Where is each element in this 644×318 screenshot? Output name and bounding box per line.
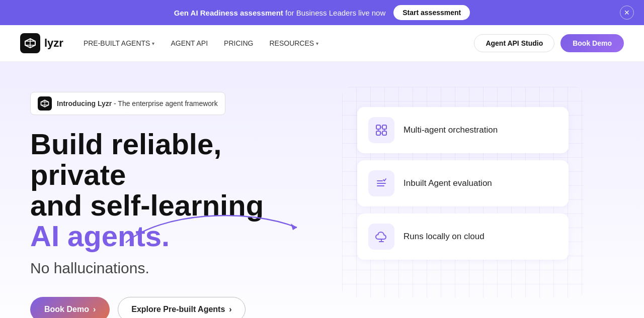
- logo-svg: [24, 37, 36, 49]
- feature-cards-list: Multi-agent orchestration Inbuilt Agent …: [342, 87, 584, 280]
- announcement-banner: Gen AI Readiness assessment for Business…: [0, 0, 644, 25]
- feature-card-area: Multi-agent orchestration Inbuilt Agent …: [342, 87, 584, 298]
- hero-heading-line2: and self-learning: [30, 190, 312, 221]
- svg-rect-11: [376, 131, 380, 135]
- explore-agents-label: Explore Pre-built Agents: [131, 305, 225, 314]
- close-icon: ✕: [624, 9, 630, 17]
- start-assessment-button[interactable]: Start assessment: [393, 5, 470, 20]
- nav-agent-api-label: AGENT API: [171, 39, 208, 47]
- nav-actions: Agent API Studio Book Demo: [474, 34, 624, 52]
- nav-agent-api[interactable]: AGENT API: [171, 39, 208, 47]
- hero-right: Multi-agent orchestration Inbuilt Agent …: [312, 87, 614, 298]
- nav-pre-built-agents-label: PRE-BUILT AGENTS: [84, 39, 150, 47]
- agent-api-studio-button[interactable]: Agent API Studio: [474, 34, 554, 52]
- lyzr-diamond-icon: [40, 99, 49, 108]
- cloud-icon-wrapper: [368, 224, 394, 250]
- nav-resources-label: RESOURCES: [269, 39, 314, 47]
- feature-label-cloud: Runs locally on cloud: [404, 232, 485, 242]
- arrow-icon-primary: ›: [93, 305, 96, 314]
- book-demo-label: Book Demo: [44, 305, 89, 314]
- hero-heading: Build reliable, private and self-learnin…: [30, 129, 312, 252]
- hero-buttons: Book Demo › Explore Pre-built Agents ›: [30, 297, 312, 318]
- orchestration-icon-wrapper: [368, 117, 394, 143]
- chevron-down-icon-resources: ▾: [316, 41, 318, 46]
- feature-card-orchestration: Multi-agent orchestration: [357, 107, 569, 153]
- book-demo-hero-button[interactable]: Book Demo ›: [30, 297, 110, 318]
- banner-close-button[interactable]: ✕: [620, 6, 634, 20]
- svg-rect-12: [382, 131, 386, 135]
- evaluation-icon: [374, 176, 388, 190]
- nav-pricing-label: PRICING: [224, 39, 253, 47]
- banner-normal-text: for Business Leaders live now: [283, 9, 385, 17]
- main-nav: lyzr PRE-BUILT AGENTS ▾ AGENT API PRICIN…: [0, 25, 644, 62]
- book-demo-nav-button[interactable]: Book Demo: [560, 34, 624, 52]
- chevron-down-icon: ▾: [152, 41, 154, 46]
- orchestration-icon: [374, 123, 388, 137]
- hero-heading-purple: AI agents.: [30, 221, 312, 252]
- nav-links: PRE-BUILT AGENTS ▾ AGENT API PRICING RES…: [84, 39, 474, 47]
- feature-label-orchestration: Multi-agent orchestration: [404, 125, 498, 135]
- feature-card-cloud: Runs locally on cloud: [357, 214, 569, 260]
- hero-section: Introducing Lyzr - The enterprise agent …: [0, 62, 644, 318]
- lyzr-badge-icon: [38, 96, 52, 111]
- nav-pricing[interactable]: PRICING: [224, 39, 253, 47]
- cloud-icon: [374, 230, 388, 244]
- hero-heading-line1: Build reliable, private: [30, 129, 312, 190]
- feature-card-evaluation: Inbuilt Agent evaluation: [357, 160, 569, 206]
- hero-left: Introducing Lyzr - The enterprise agent …: [30, 87, 312, 318]
- logo-text: lyzr: [44, 37, 63, 50]
- feature-label-evaluation: Inbuilt Agent evaluation: [404, 178, 492, 188]
- logo-icon: [20, 33, 40, 53]
- badge-bold-text: Introducing Lyzr - The enterprise agent …: [57, 99, 218, 108]
- evaluation-icon-wrapper: [368, 170, 394, 196]
- arrow-icon-secondary: ›: [229, 305, 231, 314]
- nav-pre-built-agents[interactable]: PRE-BUILT AGENTS ▾: [84, 39, 155, 47]
- svg-rect-10: [382, 125, 386, 129]
- explore-agents-button[interactable]: Explore Pre-built Agents ›: [118, 297, 245, 318]
- svg-rect-9: [376, 125, 380, 129]
- nav-resources[interactable]: RESOURCES ▾: [269, 39, 318, 47]
- hero-subheading: No hallucinations.: [30, 260, 312, 277]
- banner-bold-text: Gen AI Readiness assessment: [174, 9, 283, 17]
- hero-badge: Introducing Lyzr - The enterprise agent …: [30, 92, 225, 115]
- banner-text: Gen AI Readiness assessment for Business…: [174, 9, 385, 17]
- logo[interactable]: lyzr: [20, 33, 63, 53]
